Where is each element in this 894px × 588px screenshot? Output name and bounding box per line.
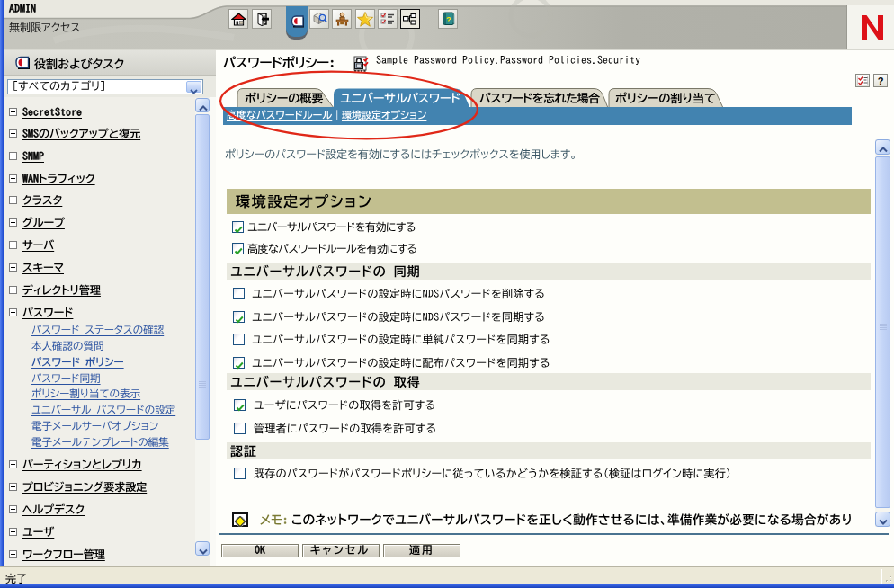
svg-text:?: ? [446, 15, 451, 24]
